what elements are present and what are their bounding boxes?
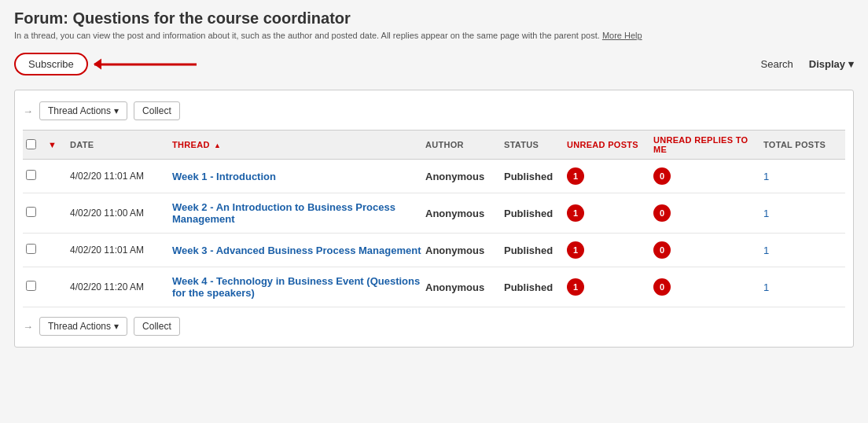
row-unread-posts-3: 1 — [567, 278, 653, 296]
unread-replies-badge-3: 0 — [653, 278, 671, 296]
filter-icon: ▼ — [48, 140, 57, 149]
row-total-posts-2[interactable]: 1 — [763, 245, 842, 256]
row-total-posts-0[interactable]: 1 — [763, 171, 842, 182]
thread-link-1[interactable]: Week 2 - An Introduction to Business Pro… — [172, 201, 395, 225]
page-title: Forum: Questions for the course coordina… — [14, 9, 854, 28]
bottom-toolbar-arrow-icon: → — [23, 321, 33, 333]
table-row: 4/02/20 11:20 AM Week 4 - Technology in … — [23, 267, 845, 307]
row-check-input-3[interactable] — [26, 281, 36, 291]
row-status-2: Published — [504, 245, 567, 256]
col-date-header[interactable]: DATE — [70, 140, 172, 149]
thread-link-0[interactable]: Week 1 - Introduction — [172, 171, 276, 182]
row-unread-posts-1: 1 — [567, 204, 653, 222]
row-unread-replies-1: 0 — [653, 204, 763, 222]
unread-posts-badge-0: 1 — [567, 167, 584, 185]
row-checkbox-3[interactable] — [26, 281, 48, 293]
row-thread-2[interactable]: Week 3 - Advanced Business Process Manag… — [172, 245, 425, 256]
thread-link-3[interactable]: Week 4 - Technology in Business Event (Q… — [172, 275, 420, 299]
row-total-posts-1[interactable]: 1 — [763, 208, 842, 219]
page-subtitle: In a thread, you can view the post and i… — [14, 31, 854, 40]
bottom-toolbar: → Thread Actions ▾ Collect — [23, 314, 845, 339]
row-thread-0[interactable]: Week 1 - Introduction — [172, 171, 425, 182]
collect-button-bottom[interactable]: Collect — [134, 317, 180, 336]
table-row: 4/02/20 11:01 AM Week 3 - Advanced Busin… — [23, 234, 845, 267]
row-thread-3[interactable]: Week 4 - Technology in Business Event (Q… — [172, 275, 425, 299]
row-checkbox-1[interactable] — [26, 207, 48, 219]
total-posts-link-3[interactable]: 1 — [763, 281, 769, 293]
arrow-indicator — [94, 63, 197, 65]
top-toolbar: → Thread Actions ▾ Collect — [23, 98, 845, 123]
arrow-line — [94, 63, 197, 65]
row-checkbox-0[interactable] — [26, 170, 48, 182]
row-checkbox-2[interactable] — [26, 244, 48, 256]
row-status-1: Published — [504, 208, 567, 219]
total-posts-link-0[interactable]: 1 — [763, 171, 769, 182]
row-date-3: 4/02/20 11:20 AM — [70, 281, 172, 292]
row-unread-replies-0: 0 — [653, 167, 763, 185]
row-date-1: 4/02/20 11:00 AM — [70, 208, 172, 219]
select-all-checkbox[interactable] — [26, 139, 36, 149]
table-row: 4/02/20 11:01 AM Week 1 - Introduction A… — [23, 160, 845, 193]
collect-button-top[interactable]: Collect — [134, 101, 180, 120]
chevron-down-icon: ▾ — [848, 58, 854, 70]
sort-asc-icon: ▲ — [214, 142, 221, 149]
table-rows-container: 4/02/20 11:01 AM Week 1 - Introduction A… — [23, 160, 845, 307]
row-date-2: 4/02/20 11:01 AM — [70, 245, 172, 256]
search-link[interactable]: Search — [761, 58, 793, 70]
unread-posts-badge-2: 1 — [567, 241, 584, 259]
row-unread-posts-2: 1 — [567, 241, 653, 259]
unread-posts-badge-1: 1 — [567, 204, 584, 222]
display-button[interactable]: Display ▾ — [809, 58, 854, 70]
subscribe-button[interactable]: Subscribe — [14, 53, 88, 75]
col-select-all — [26, 139, 48, 151]
col-status-header: STATUS — [504, 140, 567, 149]
top-right-controls: Search Display ▾ — [761, 58, 854, 70]
row-thread-1[interactable]: Week 2 - An Introduction to Business Pro… — [172, 201, 425, 225]
row-date-0: 4/02/20 11:01 AM — [70, 171, 172, 182]
unread-replies-badge-1: 0 — [653, 204, 671, 222]
main-content: → Thread Actions ▾ Collect ▼ DATE THREAD… — [14, 90, 854, 348]
row-status-0: Published — [504, 171, 567, 182]
row-unread-replies-2: 0 — [653, 241, 763, 259]
unread-replies-badge-2: 0 — [653, 241, 671, 259]
col-total-posts-header: TOTAL POSTS — [763, 140, 842, 149]
more-help-link[interactable]: More Help — [602, 31, 642, 40]
col-thread-header[interactable]: THREAD ▲ — [172, 140, 425, 149]
col-unread-replies-header: UNREAD REPLIES TO ME — [653, 135, 763, 154]
page-wrapper: Forum: Questions for the course coordina… — [0, 0, 868, 423]
table-row: 4/02/20 11:00 AM Week 2 - An Introductio… — [23, 193, 845, 234]
row-check-input-0[interactable] — [26, 170, 36, 180]
unread-posts-badge-3: 1 — [567, 278, 584, 296]
unread-replies-badge-0: 0 — [653, 167, 671, 185]
toolbar-arrow-icon: → — [23, 105, 33, 117]
row-check-input-2[interactable] — [26, 244, 36, 254]
thread-link-2[interactable]: Week 3 - Advanced Business Process Manag… — [172, 245, 421, 256]
thread-actions-button-bottom[interactable]: Thread Actions ▾ — [39, 317, 127, 336]
thread-actions-chevron-icon: ▾ — [114, 105, 119, 116]
table-header: ▼ DATE THREAD ▲ AUTHOR STATUS UNREAD POS… — [23, 130, 845, 160]
row-total-posts-3[interactable]: 1 — [763, 281, 842, 293]
thread-actions-bottom-chevron-icon: ▾ — [114, 321, 119, 332]
row-status-3: Published — [504, 281, 567, 293]
thread-actions-button-top[interactable]: Thread Actions ▾ — [39, 101, 127, 120]
row-unread-replies-3: 0 — [653, 278, 763, 296]
total-posts-link-2[interactable]: 1 — [763, 245, 769, 256]
col-author-header: AUTHOR — [425, 140, 504, 149]
row-unread-posts-0: 1 — [567, 167, 653, 185]
row-author-0: Anonymous — [425, 171, 504, 182]
row-author-1: Anonymous — [425, 208, 504, 219]
row-author-2: Anonymous — [425, 245, 504, 256]
row-author-3: Anonymous — [425, 281, 504, 293]
col-unread-posts-header: UNREAD POSTS — [567, 140, 653, 149]
subscribe-wrapper: Subscribe — [14, 53, 88, 75]
total-posts-link-1[interactable]: 1 — [763, 208, 769, 219]
arrow-head-icon — [94, 59, 101, 70]
row-check-input-1[interactable] — [26, 207, 36, 217]
col-filter-icon: ▼ — [48, 140, 70, 149]
top-bar: Subscribe Search Display ▾ — [14, 48, 854, 80]
